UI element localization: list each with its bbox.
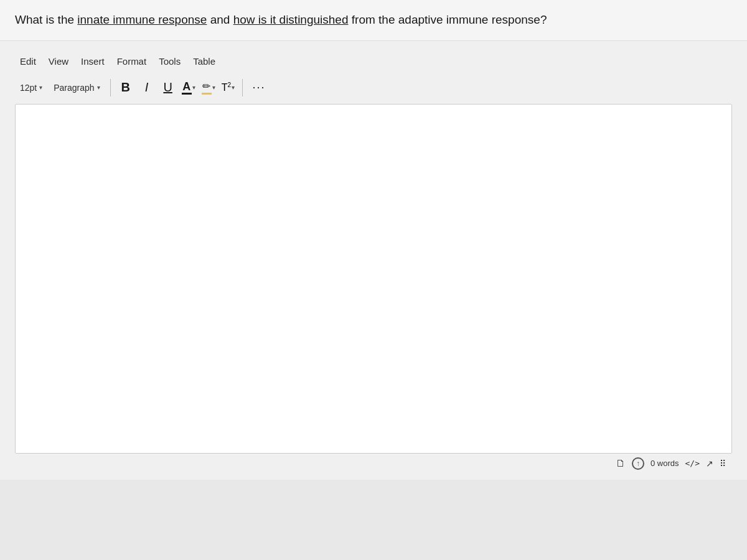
highlight-chevron-icon: ▾ — [212, 84, 215, 91]
question-part2: and — [207, 13, 233, 26]
toolbar: 12pt ▾ Paragraph ▾ B I U A ▾ — [15, 75, 732, 104]
menu-view[interactable]: View — [44, 54, 73, 69]
status-bar: 🗋 ↑ 0 words </> ↗ ⠿ — [15, 454, 732, 470]
font-color-chevron-icon: ▾ — [192, 84, 195, 91]
bold-label: B — [121, 80, 129, 95]
page-icon[interactable]: 🗋 — [616, 458, 626, 469]
question-link1: innate immune response — [77, 13, 207, 26]
menu-edit[interactable]: Edit — [15, 54, 41, 69]
highlight-button[interactable]: ✏ ▾ — [199, 78, 218, 97]
question-part1: What is the — [15, 13, 77, 26]
code-view-button[interactable]: </> — [685, 459, 700, 468]
superscript-button[interactable]: T2 ▾ — [219, 79, 237, 96]
editor-container: Edit View Insert Format Tools Table 12pt… — [0, 41, 747, 480]
more-options-button[interactable]: ⋮ — [248, 78, 270, 98]
menu-format[interactable]: Format — [112, 54, 152, 69]
menu-tools[interactable]: Tools — [154, 54, 186, 69]
italic-label: I — [145, 80, 149, 95]
superscript-chevron-icon: ▾ — [232, 84, 235, 91]
paragraph-style-dropdown[interactable]: Paragraph ▾ — [49, 80, 105, 95]
bold-button[interactable]: B — [116, 78, 136, 98]
expand-icon[interactable]: ↗ — [706, 459, 713, 469]
font-color-button[interactable]: A ▾ — [179, 78, 198, 97]
menu-insert[interactable]: Insert — [76, 54, 110, 69]
font-size-value: 12pt — [20, 83, 37, 93]
toolbar-divider-1 — [110, 79, 111, 96]
question-part3: from the adaptive immune response? — [349, 13, 547, 26]
paragraph-style-value: Paragraph — [54, 83, 94, 93]
font-size-dropdown[interactable]: 12pt ▾ — [15, 80, 47, 95]
question-text: What is the innate immune response and h… — [15, 11, 731, 29]
font-size-chevron-icon: ▾ — [39, 84, 42, 91]
text-editor[interactable] — [16, 105, 731, 453]
dots-icon[interactable]: ⠿ — [720, 459, 727, 469]
highlight-icon: ✏ — [202, 80, 212, 95]
question-banner: What is the innate immune response and h… — [0, 0, 747, 41]
superscript-icon: T2 — [222, 82, 231, 93]
more-options-icon: ⋮ — [251, 81, 266, 94]
paragraph-chevron-icon: ▾ — [97, 84, 100, 91]
word-count: 0 words — [651, 459, 679, 468]
font-color-icon: A — [182, 81, 192, 95]
upload-icon[interactable]: ↑ — [632, 457, 644, 470]
italic-button[interactable]: I — [137, 78, 157, 98]
text-area-wrapper — [15, 104, 732, 454]
question-link2: how is it distinguished — [233, 13, 349, 26]
menu-bar: Edit View Insert Format Tools Table — [15, 54, 732, 75]
menu-table[interactable]: Table — [188, 54, 220, 69]
underline-button[interactable]: U — [158, 78, 178, 98]
toolbar-divider-2 — [242, 79, 243, 96]
underline-label: U — [163, 80, 172, 95]
